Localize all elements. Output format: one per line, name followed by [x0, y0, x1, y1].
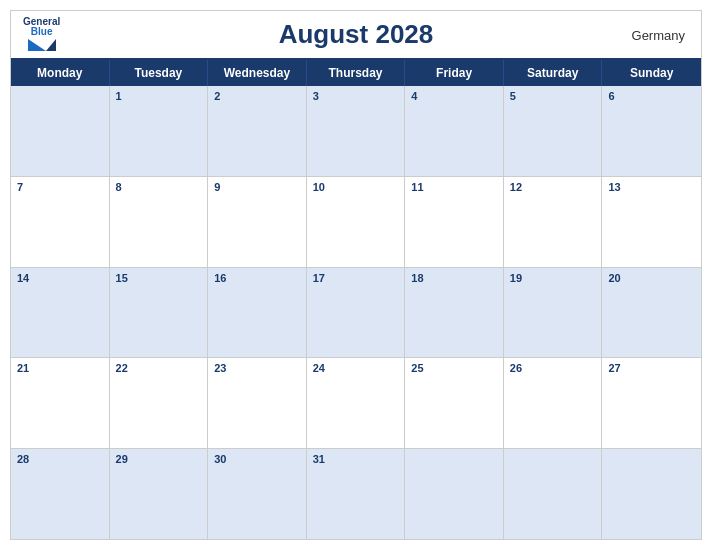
logo-blue: Blue [31, 27, 53, 37]
day-number: 24 [313, 362, 399, 374]
calendar-cell-1-1 [11, 86, 110, 176]
day-number: 6 [608, 90, 695, 102]
calendar-cell-4-6: 26 [504, 358, 603, 448]
calendar-cell-1-6: 5 [504, 86, 603, 176]
day-number: 30 [214, 453, 300, 465]
calendar-cell-4-7: 27 [602, 358, 701, 448]
calendar-cell-4-4: 24 [307, 358, 406, 448]
calendar-grid: MondayTuesdayWednesdayThursdayFridaySatu… [11, 58, 701, 539]
day-number: 14 [17, 272, 103, 284]
day-number: 9 [214, 181, 300, 193]
day-header-saturday: Saturday [504, 60, 603, 86]
country-label: Germany [632, 27, 685, 42]
calendar-cell-4-3: 23 [208, 358, 307, 448]
day-number: 22 [116, 362, 202, 374]
calendar-cell-1-2: 1 [110, 86, 209, 176]
calendar-cell-2-6: 12 [504, 177, 603, 267]
day-number: 28 [17, 453, 103, 465]
day-number: 15 [116, 272, 202, 284]
calendar-cell-4-5: 25 [405, 358, 504, 448]
day-number: 2 [214, 90, 300, 102]
calendar-cell-1-3: 2 [208, 86, 307, 176]
day-number: 13 [608, 181, 695, 193]
day-headers-row: MondayTuesdayWednesdayThursdayFridaySatu… [11, 60, 701, 86]
calendar-header: General Blue August 2028 Germany [11, 11, 701, 58]
day-number: 5 [510, 90, 596, 102]
day-header-wednesday: Wednesday [208, 60, 307, 86]
day-number: 29 [116, 453, 202, 465]
calendar-cell-2-5: 11 [405, 177, 504, 267]
day-number: 27 [608, 362, 695, 374]
calendar-cell-3-7: 20 [602, 268, 701, 358]
calendar-cell-5-5 [405, 449, 504, 539]
calendar-cell-5-6 [504, 449, 603, 539]
calendar-cell-2-2: 8 [110, 177, 209, 267]
day-header-tuesday: Tuesday [110, 60, 209, 86]
day-number: 26 [510, 362, 596, 374]
calendar-cell-5-7 [602, 449, 701, 539]
calendar-cell-3-5: 18 [405, 268, 504, 358]
calendar-week-2: 78910111213 [11, 177, 701, 268]
calendar-cell-4-2: 22 [110, 358, 209, 448]
day-header-friday: Friday [405, 60, 504, 86]
day-header-sunday: Sunday [602, 60, 701, 86]
day-header-thursday: Thursday [307, 60, 406, 86]
calendar-week-4: 21222324252627 [11, 358, 701, 449]
calendar: General Blue August 2028 Germany MondayT… [10, 10, 702, 540]
day-number: 12 [510, 181, 596, 193]
calendar-cell-2-1: 7 [11, 177, 110, 267]
day-number: 1 [116, 90, 202, 102]
day-number: 3 [313, 90, 399, 102]
day-number: 18 [411, 272, 497, 284]
day-number: 16 [214, 272, 300, 284]
calendar-cell-3-3: 16 [208, 268, 307, 358]
day-number: 21 [17, 362, 103, 374]
day-number: 8 [116, 181, 202, 193]
month-year-title: August 2028 [279, 19, 434, 50]
day-number: 4 [411, 90, 497, 102]
calendar-cell-5-1: 28 [11, 449, 110, 539]
calendar-cell-1-7: 6 [602, 86, 701, 176]
calendar-cell-3-2: 15 [110, 268, 209, 358]
day-number: 19 [510, 272, 596, 284]
day-number: 20 [608, 272, 695, 284]
day-header-monday: Monday [11, 60, 110, 86]
day-number: 23 [214, 362, 300, 374]
calendar-cell-1-5: 4 [405, 86, 504, 176]
day-number: 25 [411, 362, 497, 374]
day-number: 31 [313, 453, 399, 465]
calendar-week-1: 123456 [11, 86, 701, 177]
calendar-cell-2-7: 13 [602, 177, 701, 267]
day-number: 11 [411, 181, 497, 193]
calendar-cell-3-4: 17 [307, 268, 406, 358]
day-number: 10 [313, 181, 399, 193]
calendar-cell-2-3: 9 [208, 177, 307, 267]
calendar-week-5: 28293031 [11, 449, 701, 539]
calendar-cell-2-4: 10 [307, 177, 406, 267]
day-number: 7 [17, 181, 103, 193]
day-number: 17 [313, 272, 399, 284]
calendar-cell-3-6: 19 [504, 268, 603, 358]
calendar-cell-1-4: 3 [307, 86, 406, 176]
calendar-cell-5-3: 30 [208, 449, 307, 539]
calendar-week-3: 14151617181920 [11, 268, 701, 359]
calendar-cell-3-1: 14 [11, 268, 110, 358]
calendar-cell-5-2: 29 [110, 449, 209, 539]
calendar-cell-4-1: 21 [11, 358, 110, 448]
calendar-cell-5-4: 31 [307, 449, 406, 539]
logo: General Blue [23, 17, 60, 51]
